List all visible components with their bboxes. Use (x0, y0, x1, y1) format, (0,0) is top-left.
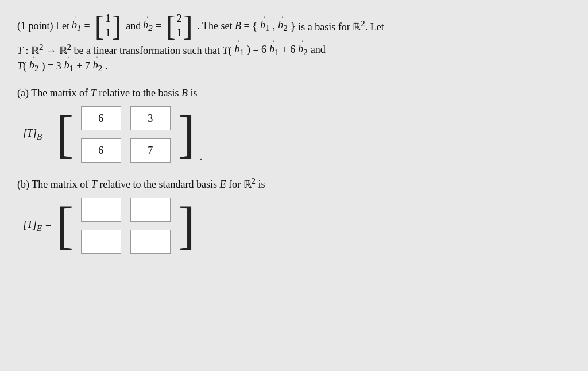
equals1: = (84, 20, 90, 32)
matrix-a-grid: 6 3 6 7 (78, 104, 173, 165)
big-bracket-left-b: [ (56, 204, 74, 248)
matrix-e-21[interactable] (81, 230, 121, 254)
big-bracket-left-a: [ (56, 113, 74, 157)
problem-line1: (1 point) Let → b1 = [ 1 1 ] and → b2 (17, 11, 568, 40)
big-bracket-right-b: ] (178, 204, 195, 248)
b2-matrix: [ 2 1 ] (166, 11, 193, 40)
and-text: and (126, 20, 141, 32)
dot-separator: . The set B = (197, 20, 249, 32)
set-open: { (252, 20, 258, 33)
bracket-right2: ] (183, 11, 193, 40)
b2-col: 2 1 (177, 12, 182, 40)
matrix-a-22[interactable]: 7 (130, 138, 171, 163)
problem-container: (1 point) Let → b1 = [ 1 1 ] and → b2 (17, 11, 568, 256)
b1-val1: 1 (105, 12, 110, 25)
matrix-b-equation: [T]B = [ 6 3 6 7 ] . (23, 104, 568, 165)
period-a: . (200, 150, 203, 165)
set-comma: , (273, 20, 276, 32)
T-domain: T : ℝ2 → ℝ2 be a linear transformation s… (17, 42, 231, 57)
matrix-a-21[interactable]: 6 (81, 138, 121, 163)
b2-label: → b2 (143, 19, 153, 33)
b2-val1: 2 (177, 12, 182, 25)
matrix-e-22[interactable] (130, 230, 171, 254)
is-a-basis-text: is a basis for ℝ2. Let (298, 19, 384, 33)
set-close: } (291, 20, 296, 33)
problem-line2: T : ℝ2 → ℝ2 be a linear transformation s… (17, 42, 568, 57)
b1-val2: 1 (105, 26, 110, 40)
b2-val2: 1 (177, 26, 182, 40)
b1-matrix: [ 1 1 ] (95, 11, 122, 40)
matrix-e-11[interactable] (81, 198, 121, 222)
problem-line3: T( → b2 ) = 3 → b1 + 7 → b2 . (17, 59, 568, 74)
matrix-e-equation: [T]E = [ ] (23, 195, 568, 256)
matrix-a-22-value: 7 (148, 145, 153, 157)
equals2: = (156, 20, 161, 32)
matrix-a-11-value: 6 (98, 113, 103, 125)
matrix-a-12-value: 3 (148, 113, 153, 125)
bracket-right: ] (111, 11, 121, 40)
T-B-label: [T]B = (23, 127, 52, 142)
matrix-a-11[interactable]: 6 (81, 106, 121, 130)
b1-col: 1 1 (105, 12, 110, 40)
matrix-a-21-value: 6 (98, 145, 103, 157)
matrix-e-12[interactable] (130, 198, 171, 222)
b1-label: → b1 (72, 19, 82, 33)
matrix-b-grid (78, 195, 173, 256)
bracket-left: [ (95, 11, 105, 40)
part-b-label: (b) The matrix of T relative to the stan… (17, 176, 568, 191)
bracket-left2: [ (166, 11, 176, 40)
part-a-label: (a) The matrix of T relative to the basi… (17, 87, 568, 99)
matrix-a-12[interactable]: 3 (130, 106, 171, 130)
T-E-label: [T]E = (23, 219, 52, 233)
intro-text: (1 point) Let (17, 20, 69, 32)
big-bracket-right-a: ] (178, 113, 195, 157)
